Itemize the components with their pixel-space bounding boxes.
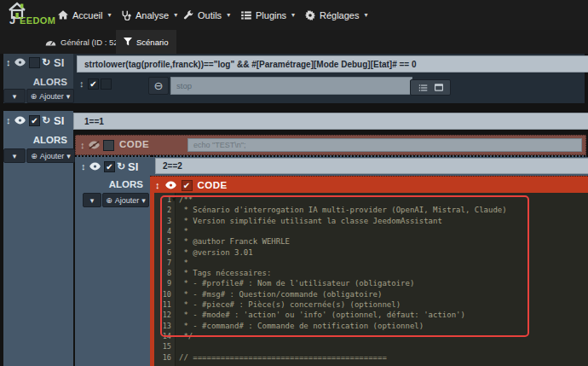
brand-text: EEDOM — [20, 15, 55, 26]
add-action-label: Ajouter — [39, 92, 64, 101]
enable-checkbox-checked[interactable]: ✔ — [29, 115, 40, 126]
code-preview-input[interactable]: echo "TEST\n"; — [187, 138, 582, 152]
stethoscope-icon — [121, 10, 131, 20]
menu-plugins[interactable]: Plugins ▾ — [241, 0, 295, 30]
menu-outils-label: Outils — [198, 10, 222, 20]
minus-circle-icon: ⊖ — [154, 79, 164, 92]
code-line: // =====================================… — [179, 352, 387, 363]
gauge-icon — [45, 38, 56, 46]
enable-checkbox[interactable] — [29, 57, 40, 68]
add-action-button[interactable]: ⊕ Ajouter ▾ — [102, 193, 149, 207]
condition-input-2[interactable]: 1==1 — [73, 113, 588, 130]
collapse-button[interactable]: ▾ — [3, 89, 26, 103]
alors-keyword: ALORS — [3, 77, 67, 87]
eye-icon[interactable] — [14, 58, 26, 67]
code-block-header: ↕ ✔ CODE — [150, 177, 588, 194]
eye-icon[interactable] — [165, 181, 176, 190]
menu-analyse[interactable]: Analyse ▾ — [121, 0, 177, 30]
add-action-button[interactable]: ⊕ Ajouter ▾ — [26, 89, 74, 103]
plus-circle-icon: ⊕ — [31, 92, 37, 101]
drag-handle-icon[interactable]: ↕ — [155, 180, 160, 190]
condition-input-1[interactable]: strtolower(tag(profile,franck))=="log" &… — [77, 55, 588, 73]
th-list-icon — [241, 11, 251, 20]
menu-accueil[interactable]: Accueil ▾ — [58, 0, 111, 30]
eye-icon[interactable] — [89, 162, 101, 171]
menu-analyse-label: Analyse — [135, 10, 169, 20]
enable-checkbox-checked[interactable]: ✔ — [104, 161, 115, 172]
menu-outils[interactable]: Outils ▾ — [183, 0, 230, 30]
list-select-icon[interactable] — [418, 84, 428, 91]
code-label: CODE — [119, 139, 149, 149]
collapse-button[interactable]: ▾ — [83, 193, 101, 207]
si-keyword: SI — [54, 114, 64, 127]
expression-helper-icon[interactable] — [435, 84, 443, 91]
chevron-down-icon: ▾ — [291, 11, 295, 19]
enable-checkbox[interactable] — [103, 140, 114, 151]
comment-fold-selection — [160, 195, 529, 337]
wrench-icon — [183, 10, 193, 20]
action-input-stop[interactable]: stop — [170, 77, 412, 95]
jeedom-logo[interactable]: J EEDOM — [6, 2, 57, 28]
menu-reglages[interactable]: Réglages ▾ — [305, 0, 368, 30]
caret-down-icon: ▾ — [13, 92, 17, 101]
condition-input-3[interactable]: 2==2 — [155, 158, 588, 174]
add-action-label: Ajouter — [40, 152, 65, 160]
repeat-icon[interactable]: ↻ — [42, 57, 50, 67]
add-action-button[interactable]: ⊕ Ajouter ▾ — [26, 148, 75, 163]
brand-j: J — [9, 14, 15, 26]
alors-keyword: ALORS — [3, 135, 67, 145]
repeat-icon[interactable]: ↻ — [42, 115, 50, 125]
chevron-down-icon: ▾ — [364, 11, 367, 19]
menu-accueil-label: Accueil — [72, 10, 102, 20]
chevron-down-icon: ▾ — [174, 11, 177, 19]
plus-circle-icon: ⊕ — [106, 196, 112, 205]
block1-sidebar: ↕ ↻ SI ALORS ▾ ⊕ Ajouter ▾ — [3, 54, 73, 103]
caret-down-icon: ▾ — [66, 152, 71, 160]
eye-icon[interactable] — [14, 116, 26, 125]
repeat-icon[interactable]: ↻ — [117, 161, 125, 171]
code-block-disabled: ↕ CODE echo "TEST\n"; — [75, 135, 586, 155]
gear-icon — [305, 10, 315, 20]
action-checkbox[interactable] — [101, 78, 112, 90]
chevron-down-icon: ▾ — [227, 11, 230, 19]
caret-down-icon: ▾ — [141, 196, 146, 205]
drag-handle-icon[interactable]: ↕ — [6, 57, 11, 67]
block2-sidebar: ↕ ✔ ↻ SI ALORS ▾ ⊕ Ajouter ▾ — [3, 111, 73, 366]
caret-down-icon: ▾ — [13, 152, 17, 160]
drag-handle-icon[interactable]: ↕ — [80, 140, 85, 150]
si-keyword: SI — [128, 160, 138, 173]
alors-keyword: ALORS — [82, 179, 143, 189]
si-keyword: SI — [54, 56, 64, 69]
eye-slash-icon[interactable] — [89, 141, 100, 150]
tab-scenario[interactable]: Scénario — [116, 30, 176, 54]
add-action-label: Ajouter — [115, 196, 140, 205]
block3-sidebar: ↕ ✔ ↻ SI ALORS ▾ ⊕ Ajouter ▾ — [75, 155, 152, 366]
collapse-button[interactable]: ▾ — [3, 148, 26, 163]
caret-down-icon: ▾ — [66, 92, 71, 101]
line-number: 15 — [154, 341, 171, 351]
chevron-down-icon: ▾ — [107, 11, 111, 19]
menu-plugins-label: Plugins — [256, 10, 286, 20]
enable-checkbox-checked[interactable]: ✔ — [182, 180, 193, 191]
code-label: CODE — [198, 180, 228, 190]
action-tools-group — [410, 79, 451, 96]
drag-handle-icon[interactable]: ↕ — [79, 78, 84, 89]
filter-icon — [124, 38, 132, 46]
caret-down-icon: ▾ — [90, 196, 95, 205]
tab-bar: Général (ID : 529) Scénario — [0, 30, 588, 54]
remove-action-button[interactable]: ⊖ — [148, 77, 169, 95]
plus-circle-icon: ⊕ — [31, 152, 37, 160]
drag-handle-icon[interactable]: ↕ — [81, 161, 86, 171]
menu-reglages-label: Réglages — [320, 10, 359, 20]
top-navbar: J EEDOM Accueil ▾ Analyse ▾ Outils ▾ — [0, 0, 588, 30]
home-icon — [58, 10, 68, 20]
action-checkbox-checked[interactable]: ✔ — [88, 78, 99, 90]
drag-handle-icon[interactable]: ↕ — [6, 115, 11, 125]
tab-scenario-label: Scénario — [136, 38, 169, 47]
line-number: 16 — [154, 352, 171, 363]
